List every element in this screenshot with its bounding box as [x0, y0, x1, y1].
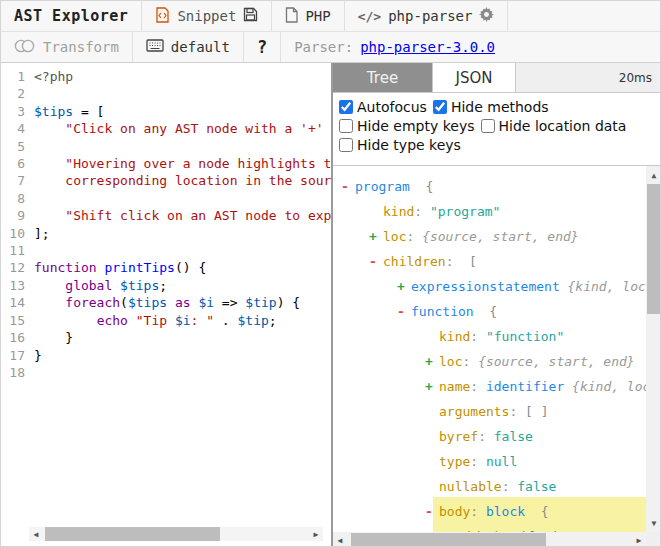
line-number: 3 [1, 103, 25, 120]
parser-caption: Parser: [294, 39, 353, 55]
scroll-left-arrow[interactable]: ◀ [29, 527, 43, 541]
code-line [34, 364, 331, 381]
language-section[interactable]: PHP [272, 1, 344, 31]
tree-row[interactable]: byref: false [333, 424, 646, 449]
line-number: 15 [1, 312, 25, 329]
tree-rows: -program {kind: "program"+loc: {source, … [333, 166, 646, 532]
collapse-toggle-icon[interactable]: - [341, 174, 349, 199]
tree-row[interactable]: +loc: {source, start, end} [333, 349, 646, 374]
help-section[interactable]: ? [244, 32, 281, 62]
tree-vscroll-thumb[interactable] [647, 184, 661, 314]
language-button[interactable]: PHP [305, 8, 330, 24]
tree-row[interactable]: -function { [333, 299, 646, 324]
code-lines: <?php $tips = [ "Click on any AST node w… [34, 68, 331, 381]
toolbar-top: AST Explorer Snippet PHP </> php-parser [1, 1, 661, 32]
option-label: Hide empty keys [357, 118, 475, 134]
tab-json[interactable]: JSON [433, 63, 516, 92]
tree-row[interactable]: +loc: {source, start, end} [333, 224, 646, 249]
transform-toggle[interactable]: Transform [1, 32, 133, 62]
code-editor[interactable]: 123456789101112131415161718 <?php $tips … [1, 63, 331, 547]
tab-tree[interactable]: Tree [333, 63, 433, 92]
code-line [34, 85, 331, 102]
snippet-button[interactable]: Snippet [177, 8, 236, 24]
app-title-section: AST Explorer [1, 1, 142, 31]
expand-toggle-icon[interactable]: + [369, 224, 377, 249]
editor-hscroll-thumb[interactable] [45, 527, 220, 541]
code-icon: </> [358, 9, 381, 24]
tree-row[interactable]: kind: "block" [333, 524, 646, 532]
line-number: 1 [1, 68, 25, 85]
expand-toggle-icon[interactable]: + [425, 349, 433, 374]
scroll-up-arrow[interactable]: ▲ [646, 168, 661, 182]
tree-row[interactable]: arguments: [ ] [333, 399, 646, 424]
option-label: Autofocus [357, 99, 427, 115]
editor-hscrollbar[interactable]: ◀ ▶ [29, 527, 323, 541]
line-number: 6 [1, 155, 25, 172]
checkbox-icon[interactable] [339, 119, 353, 133]
line-number: 13 [1, 277, 25, 294]
tree-row[interactable]: -program { [333, 174, 646, 199]
app-title: AST Explorer [14, 7, 128, 25]
code-line: ]; [34, 225, 331, 242]
save-icon[interactable] [243, 7, 258, 25]
code-line: $tips = [ [34, 103, 331, 120]
gear-icon[interactable] [479, 7, 494, 25]
line-number: 2 [1, 85, 25, 102]
option-autofocus[interactable]: Autofocus [339, 99, 427, 115]
toolbar-top-spacer [508, 1, 661, 31]
parser-version-link[interactable]: php-parser-3.0.0 [360, 39, 495, 55]
ast-panel: Tree JSON 20ms AutofocusHide methodsHide… [331, 63, 661, 547]
collapse-toggle-icon[interactable]: - [369, 249, 377, 274]
line-number: 17 [1, 347, 25, 364]
transform-label: Transform [43, 39, 119, 55]
parser-button[interactable]: php-parser [388, 8, 472, 24]
scroll-down-arrow[interactable]: ▼ [646, 516, 661, 530]
scroll-right-arrow[interactable]: ▶ [309, 527, 323, 541]
tree-row[interactable]: +expressionstatement {kind, loc, express… [333, 274, 646, 299]
checkbox-icon[interactable] [481, 119, 495, 133]
checkbox-icon[interactable] [339, 100, 353, 114]
keymap-button[interactable]: default [171, 39, 230, 55]
scroll-right-arrow[interactable]: ▶ [632, 532, 646, 547]
tree-vscrollbar[interactable]: ▲ ▼ [646, 166, 661, 532]
scroll-left-arrow[interactable]: ◀ [333, 532, 347, 547]
help-button[interactable]: ? [257, 37, 267, 57]
option-hide-type-keys[interactable]: Hide type keys [339, 137, 461, 153]
option-hide-methods[interactable]: Hide methods [433, 99, 549, 115]
option-hide-location-data[interactable]: Hide location data [481, 118, 627, 134]
snippet-section: Snippet [142, 1, 272, 31]
tree-row[interactable]: kind: "program" [333, 199, 646, 224]
line-number: 14 [1, 294, 25, 311]
parser-section[interactable]: </> php-parser [345, 1, 509, 31]
code-line: } [34, 329, 331, 346]
parse-time: 20ms [619, 63, 661, 92]
collapse-toggle-icon[interactable]: - [397, 299, 405, 324]
tree-row[interactable]: kind: "function" [333, 324, 646, 349]
parser-info: Parser: php-parser-3.0.0 [281, 32, 661, 62]
checkbox-icon[interactable] [433, 100, 447, 114]
tree-hscrollbar[interactable]: ◀ ▶ [333, 532, 646, 547]
tree-row[interactable]: -body: block { [333, 499, 646, 524]
file-icon [285, 7, 298, 26]
line-number: 18 [1, 364, 25, 381]
line-number: 12 [1, 259, 25, 276]
line-number: 4 [1, 120, 25, 137]
keymap-section[interactable]: default [133, 32, 244, 62]
collapse-toggle-icon[interactable]: - [425, 499, 433, 524]
tree-hscroll-thumb[interactable] [351, 533, 546, 547]
checkbox-icon[interactable] [339, 138, 353, 152]
code-line: function printTips() { [34, 259, 331, 276]
editor-gutter: 123456789101112131415161718 [1, 68, 25, 381]
tree-row[interactable]: +name: identifier {kind, loc, name} [333, 374, 646, 399]
tree-row[interactable]: -children: [ [333, 249, 646, 274]
code-line: echo "Tip $i: " . $tip; [34, 312, 331, 329]
option-label: Hide location data [499, 118, 627, 134]
tabbar: Tree JSON 20ms [333, 63, 661, 93]
code-line: corresponding location in the source cod… [34, 172, 331, 189]
option-hide-empty-keys[interactable]: Hide empty keys [339, 118, 475, 134]
expand-toggle-icon[interactable]: + [397, 274, 405, 299]
code-line: "Shift click on an AST node to expand th… [34, 207, 331, 224]
expand-toggle-icon[interactable]: + [425, 374, 433, 399]
tree-row[interactable]: type: null [333, 449, 646, 474]
tree-row[interactable]: nullable: false [333, 474, 646, 499]
